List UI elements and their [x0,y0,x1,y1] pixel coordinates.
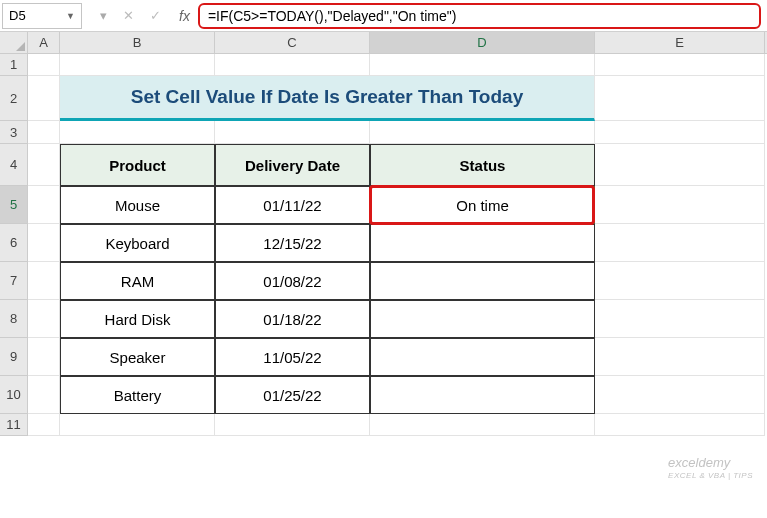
header-status[interactable]: Status [370,144,595,186]
row-header-8[interactable]: 8 [0,300,28,338]
cell-b1[interactable] [60,54,215,76]
expand-icon[interactable]: ▾ [100,8,107,23]
header-status-label: Status [460,157,506,174]
table-row: Mouse [115,197,160,214]
row-header-6[interactable]: 6 [0,224,28,262]
cell-a1[interactable] [28,54,60,76]
cell-a7[interactable] [28,262,60,300]
table-row: Battery [114,387,162,404]
cell-d8[interactable] [370,300,595,338]
row-header-3[interactable]: 3 [0,121,28,144]
name-box[interactable]: D5 ▼ [2,3,82,29]
cell-d5[interactable]: On time [370,186,595,224]
cell-a6[interactable] [28,224,60,262]
cell-b7[interactable]: RAM [60,262,215,300]
cell-c1[interactable] [215,54,370,76]
cell-d3[interactable] [370,121,595,144]
table-row: Keyboard [105,235,169,252]
table-row: 01/18/22 [263,311,321,328]
watermark: exceldemy EXCEL & VBA | TIPS [668,455,753,480]
row-header-7[interactable]: 7 [0,262,28,300]
table-row: RAM [121,273,154,290]
cell-e8[interactable] [595,300,765,338]
cell-d10[interactable] [370,376,595,414]
watermark-main: exceldemy [668,455,730,470]
cell-c8[interactable]: 01/18/22 [215,300,370,338]
row-header-1[interactable]: 1 [0,54,28,76]
col-header-c[interactable]: C [215,32,370,53]
cell-c10[interactable]: 01/25/22 [215,376,370,414]
cell-d6[interactable] [370,224,595,262]
cell-c9[interactable]: 11/05/22 [215,338,370,376]
col-header-d[interactable]: D [370,32,595,53]
cells-area: Set Cell Value If Date Is Greater Than T… [28,54,765,436]
row-header-4[interactable]: 4 [0,144,28,186]
cell-e4[interactable] [595,144,765,186]
cell-d9[interactable] [370,338,595,376]
row-header-9[interactable]: 9 [0,338,28,376]
cell-e5[interactable] [595,186,765,224]
cell-e6[interactable] [595,224,765,262]
name-box-value: D5 [9,8,26,23]
cell-a2[interactable] [28,76,60,121]
cell-d11[interactable] [370,414,595,436]
select-all-button[interactable] [0,32,28,53]
cell-b10[interactable]: Battery [60,376,215,414]
cell-a8[interactable] [28,300,60,338]
cell-c11[interactable] [215,414,370,436]
cell-b11[interactable] [60,414,215,436]
header-product-label: Product [109,157,166,174]
cell-d1[interactable] [370,54,595,76]
cell-a3[interactable] [28,121,60,144]
header-delivery-date[interactable]: Delivery Date [215,144,370,186]
cell-e3[interactable] [595,121,765,144]
cell-e1[interactable] [595,54,765,76]
cell-b9[interactable]: Speaker [60,338,215,376]
col-header-e[interactable]: E [595,32,765,53]
cell-c7[interactable]: 01/08/22 [215,262,370,300]
table-row: 01/08/22 [263,273,321,290]
table-row: 11/05/22 [263,349,321,366]
header-delivery-date-label: Delivery Date [245,157,340,174]
cell-b8[interactable]: Hard Disk [60,300,215,338]
formula-input[interactable]: =IF(C5>=TODAY(),"Delayed","On time") [198,3,761,29]
cell-c6[interactable]: 12/15/22 [215,224,370,262]
cell-a11[interactable] [28,414,60,436]
formula-text: =IF(C5>=TODAY(),"Delayed","On time") [208,8,457,24]
table-row: Speaker [110,349,166,366]
title-cell[interactable]: Set Cell Value If Date Is Greater Than T… [60,76,595,121]
table-row: 01/25/22 [263,387,321,404]
cell-e9[interactable] [595,338,765,376]
cell-b3[interactable] [60,121,215,144]
cell-a10[interactable] [28,376,60,414]
col-header-a[interactable]: A [28,32,60,53]
header-product[interactable]: Product [60,144,215,186]
cancel-icon[interactable]: ✕ [123,8,134,23]
row-headers: 1 2 3 4 5 6 7 8 9 10 11 [0,54,28,436]
table-row: 01/11/22 [263,197,321,214]
formula-bar-icons: ▾ ✕ ✓ [82,8,179,23]
cell-d7[interactable] [370,262,595,300]
cell-a4[interactable] [28,144,60,186]
table-row: On time [456,197,509,214]
cell-e2[interactable] [595,76,765,121]
row-header-10[interactable]: 10 [0,376,28,414]
fx-label[interactable]: fx [179,8,198,24]
row-header-5[interactable]: 5 [0,186,28,224]
col-header-b[interactable]: B [60,32,215,53]
cell-b5[interactable]: Mouse [60,186,215,224]
cell-e11[interactable] [595,414,765,436]
title-text: Set Cell Value If Date Is Greater Than T… [131,86,523,108]
cell-c3[interactable] [215,121,370,144]
cell-a5[interactable] [28,186,60,224]
row-header-11[interactable]: 11 [0,414,28,436]
cell-e10[interactable] [595,376,765,414]
cell-c5[interactable]: 01/11/22 [215,186,370,224]
cell-a9[interactable] [28,338,60,376]
confirm-icon[interactable]: ✓ [150,8,161,23]
table-row: Hard Disk [105,311,171,328]
cell-e7[interactable] [595,262,765,300]
row-header-2[interactable]: 2 [0,76,28,121]
name-box-dropdown-icon[interactable]: ▼ [66,11,75,21]
cell-b6[interactable]: Keyboard [60,224,215,262]
